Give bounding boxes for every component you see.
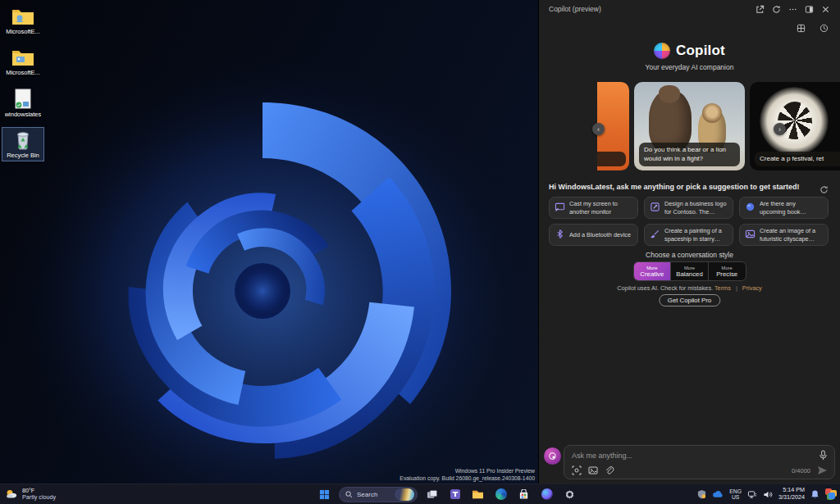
folder-icon [11,47,35,68]
style-option-creative[interactable]: More Creative [634,262,672,280]
attachment-icon[interactable] [605,465,614,475]
suggestion-label: Cast my screen to another monitor [569,200,632,215]
edge-icon[interactable] [492,486,509,503]
file-icon [11,89,35,110]
suggestion-chip-cast-screen[interactable]: Cast my screen to another monitor [549,197,638,219]
search-icon [345,491,353,498]
desktop-icon-label: MicrosoftE... [6,70,40,76]
suggestion-chip-spaceship-painting[interactable]: Create a painting of a spaceship in star… [644,224,733,246]
desktop-icon-label: Recycle Bin [7,152,39,159]
greeting-text: Hi WindowsLatest, ask me anything or pic… [549,183,815,191]
weather-widget[interactable]: 80°F Partly cloudy [5,488,56,502]
onedrive-icon[interactable] [712,490,724,498]
carousel-card-right[interactable]: Create a p festival, ret [750,82,840,170]
suggestion-chip-bluetooth[interactable]: Add a Bluetooth device [549,224,638,246]
ask-input[interactable] [572,452,814,460]
sphere-icon [745,201,756,216]
cast-icon [555,201,565,216]
language-line1: ENG [729,488,742,494]
desktop-icon-folder-2[interactable]: MicrosoftE... [2,44,44,79]
copilot-header: Copilot (preview) [539,0,840,18]
copilot-panel: Copilot (preview) [538,0,840,484]
desktop-icon-folder-1[interactable]: MicrosoftE... [2,3,44,38]
refresh-icon[interactable] [768,2,784,16]
watermark-line1: Windows 11 Pro Insider Preview [399,467,535,474]
more-options-icon[interactable] [784,2,801,16]
bluetooth-icon [555,228,565,243]
add-image-icon[interactable] [588,465,598,475]
teams-icon[interactable] [446,486,463,503]
settings-icon[interactable] [561,486,578,503]
refresh-suggestions-icon[interactable] [815,183,832,196]
copilot-tagline: Your everyday AI companion [539,63,840,71]
suggestion-label: Add a Bluetooth device [569,231,631,238]
clock[interactable]: 5:14 PM 3/31/2024 [778,487,805,501]
suggestion-chips: Cast my screen to another monitor Design… [549,197,829,246]
security-shield-icon[interactable] [697,489,706,499]
copilot-app-icon[interactable] [538,486,555,503]
style-name: Precise [716,270,737,278]
network-icon[interactable] [747,490,757,499]
style-option-balanced[interactable]: More Balanced [671,262,709,280]
greeting-row: Hi WindowsLatest, ask me anything or pic… [549,183,832,196]
dock-panel-icon[interactable] [801,2,817,16]
copilot-avatar[interactable] [544,447,561,465]
style-chooser-label: Choose a conversation style [539,251,840,259]
copilot-brand-name: Copilot [676,43,725,59]
widgets-icon[interactable] [825,488,837,500]
desktop[interactable]: MicrosoftE... MicrosoftE... windowslates… [0,0,538,484]
desktop-icon-label: MicrosoftE... [6,29,40,35]
suggestion-carousel: e laugh Do you think a bear or a lion wo… [539,80,840,174]
store-icon[interactable] [515,486,532,503]
open-in-browser-icon[interactable] [751,2,768,16]
folder-icon [11,6,35,27]
tray-date: 3/31/2024 [778,494,805,502]
suggestion-chip-book-festivals[interactable]: Are there any upcoming book festivals or… [739,197,829,219]
history-icon[interactable] [815,21,832,34]
copilot-brand: Copilot [539,43,840,59]
paintbrush-icon [650,228,660,243]
start-button[interactable] [316,486,333,503]
panel-subtoolbar [792,21,832,34]
copilot-window-title: Copilot (preview) [549,5,751,13]
system-tray: ENG US 5:14 PM 3/31/2024 [697,487,837,501]
carousel-next-icon[interactable]: › [774,123,786,135]
close-icon[interactable] [817,2,833,16]
send-icon[interactable] [817,465,828,475]
task-view-button[interactable] [423,486,441,503]
style-option-precise[interactable]: More Precise [709,262,746,280]
carousel-card-caption: Do you think a bear or a lion would win … [639,143,740,166]
screenshot-icon[interactable] [572,465,582,475]
microphone-icon[interactable] [819,450,828,461]
ai-disclaimer: Copilot uses AI. Check for mistakes. Ter… [539,284,840,292]
terms-link[interactable]: Terms [714,284,731,292]
desktop-icon-recycle-bin[interactable]: Recycle Bin [2,127,44,161]
disclaimer-text: Copilot uses AI. Check for mistakes. [617,284,713,292]
taskbar: 80°F Partly cloudy Search [0,484,840,504]
flower-image [760,87,829,156]
screen: MicrosoftE... MicrosoftE... windowslates… [0,0,840,504]
notebook-grid-icon[interactable] [792,21,809,34]
get-copilot-pro-button[interactable]: Get Copilot Pro [659,294,720,306]
volume-icon[interactable] [763,490,773,499]
language-line2: US [732,494,739,500]
weather-condition: Partly cloudy [22,494,56,501]
privacy-link[interactable]: Privacy [742,284,762,292]
suggestion-chip-design-logo[interactable]: Design a business logo for Contoso. The … [644,197,733,219]
carousel-prev-icon[interactable]: ‹ [592,123,605,135]
divider: | [736,284,737,292]
suggestion-label: Create an image of a futuristic cityscap… [760,227,823,242]
carousel-card-caption: e laugh [597,152,626,166]
carousel-card-center[interactable]: Do you think a bear or a lion would win … [634,82,745,170]
language-indicator[interactable]: ENG US [729,488,742,501]
suggestion-chip-futuristic-cityscape[interactable]: Create an image of a futuristic cityscap… [739,224,829,246]
image-icon [745,228,756,243]
notification-bell-icon[interactable] [810,489,819,499]
carousel-card-caption: Create a p festival, ret [755,152,840,166]
char-counter: 0/4000 [792,467,810,474]
taskbar-center: Search [316,486,578,503]
suggestion-label: Create a painting of a spaceship in star… [664,227,728,242]
file-explorer-icon[interactable] [469,486,486,503]
search-box[interactable]: Search [339,487,418,502]
desktop-icon-windowslates[interactable]: windowslates [2,86,44,120]
